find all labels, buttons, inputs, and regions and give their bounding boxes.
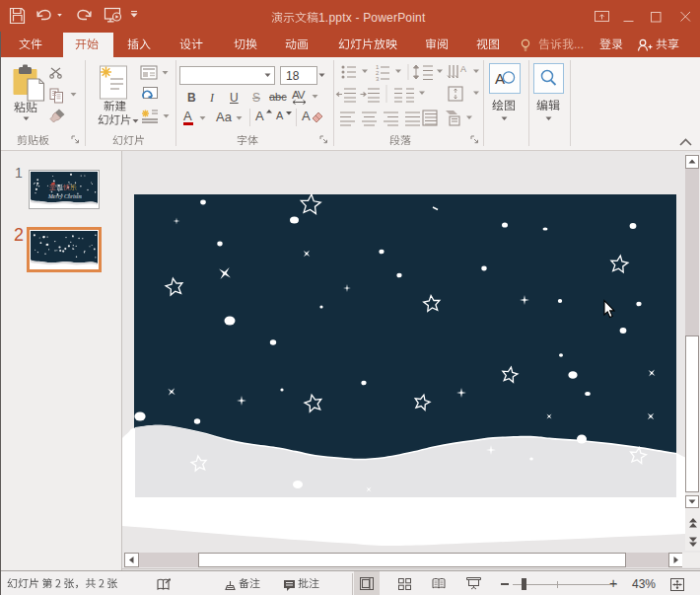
svg-text:3: 3 [376,76,380,82]
svg-text:Merry Christmas: Merry Christmas [47,193,82,199]
svg-text:A: A [460,64,466,74]
